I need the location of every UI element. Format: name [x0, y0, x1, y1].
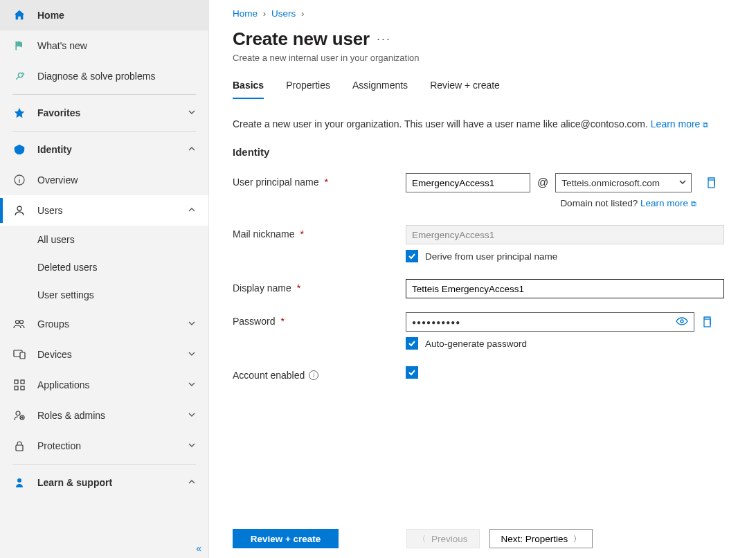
- more-actions-button[interactable]: ···: [377, 32, 391, 46]
- label-mail-nickname: Mail nickname*: [233, 225, 406, 240]
- domain-learn-more-link[interactable]: Learn more⧉: [640, 198, 696, 208]
- label-account-enabled: Account enabled i: [233, 366, 406, 381]
- chevron-down-icon: [188, 108, 196, 118]
- sidebar[interactable]: Home What's new Diagnose & solve problem…: [0, 0, 209, 558]
- svg-point-10: [16, 411, 20, 415]
- svg-point-1: [17, 206, 21, 210]
- account-enabled-checkbox[interactable]: [406, 366, 418, 379]
- sidebar-item-devices[interactable]: Devices: [0, 339, 208, 370]
- breadcrumb-home[interactable]: Home: [233, 8, 258, 19]
- home-icon: [12, 8, 26, 22]
- learn-more-link[interactable]: Learn more⧉: [651, 118, 709, 129]
- previous-button: 〈Previous: [406, 529, 480, 548]
- info-icon[interactable]: i: [309, 370, 318, 380]
- svg-rect-14: [708, 180, 714, 188]
- breadcrumb-users[interactable]: Users: [271, 8, 296, 19]
- divider: [12, 464, 196, 465]
- copy-upn-button[interactable]: [704, 176, 718, 190]
- sidebar-label: Favorites: [37, 107, 80, 118]
- footer-actions: Review + create 〈Previous Next: Properti…: [209, 521, 756, 558]
- page-subtitle: Create a new internal user in your organ…: [233, 53, 732, 63]
- chevron-down-icon: [678, 178, 687, 188]
- sidebar-item-whats-new[interactable]: What's new: [0, 30, 208, 61]
- sidebar-label: What's new: [37, 40, 87, 51]
- intro-text: Create a new user in your organization. …: [233, 118, 732, 129]
- sidebar-item-learn-support[interactable]: Learn & support: [0, 467, 208, 498]
- tab-review[interactable]: Review + create: [430, 80, 500, 99]
- tab-basics[interactable]: Basics: [233, 80, 264, 99]
- external-link-icon: ⧉: [691, 199, 696, 208]
- derive-checkbox-label: Derive from user principal name: [425, 251, 557, 262]
- sidebar-label: Learn & support: [37, 477, 112, 488]
- password-mask: ●●●●●●●●●●: [412, 318, 676, 326]
- next-button[interactable]: Next: Properties〉: [489, 529, 593, 548]
- svg-rect-16: [704, 319, 710, 327]
- svg-point-15: [681, 320, 683, 323]
- mail-nickname-input: [406, 225, 724, 244]
- svg-rect-8: [15, 386, 18, 390]
- groups-icon: [12, 317, 26, 331]
- sidebar-item-roles[interactable]: Roles & admins: [0, 400, 208, 431]
- identity-icon: [12, 143, 26, 156]
- upn-domain-select[interactable]: Tetteis.onmicrosoft.com: [555, 173, 692, 192]
- sidebar-item-diagnose[interactable]: Diagnose & solve problems: [0, 61, 208, 91]
- user-icon: [12, 204, 26, 217]
- chevron-up-icon: [188, 478, 196, 488]
- wrench-icon: [12, 69, 26, 83]
- label-display-name: Display name*: [233, 279, 406, 294]
- sidebar-item-deleted-users[interactable]: Deleted users: [0, 253, 208, 281]
- support-icon: [12, 476, 26, 489]
- svg-rect-6: [15, 380, 18, 384]
- svg-point-3: [20, 321, 24, 324]
- sidebar-item-favorites[interactable]: Favorites: [0, 98, 208, 128]
- section-identity-heading: Identity: [233, 146, 732, 158]
- sidebar-sublabel: All users: [37, 234, 75, 245]
- upn-username-input[interactable]: [406, 173, 530, 192]
- sidebar-label: Protection: [37, 440, 81, 451]
- sidebar-label: Groups: [37, 318, 69, 330]
- intro-text-content: Create a new user in your organization. …: [233, 118, 648, 129]
- main-content: Home › Users › Create new user ··· Creat…: [209, 0, 756, 558]
- sidebar-label: Home: [37, 10, 64, 21]
- sidebar-item-all-users[interactable]: All users: [0, 226, 208, 253]
- display-name-input[interactable]: [406, 279, 724, 298]
- sidebar-label: Diagnose & solve problems: [37, 71, 155, 82]
- show-password-button[interactable]: [676, 317, 688, 327]
- sidebar-label: Applications: [37, 379, 90, 390]
- sidebar-item-applications[interactable]: Applications: [0, 370, 208, 400]
- sidebar-item-identity[interactable]: Identity: [0, 134, 208, 165]
- password-input[interactable]: ●●●●●●●●●●: [406, 312, 694, 332]
- sidebar-item-overview[interactable]: Overview: [0, 165, 208, 195]
- chevron-up-icon: [188, 206, 196, 216]
- divider: [12, 131, 196, 132]
- sidebar-label: Users: [37, 205, 63, 216]
- sidebar-item-user-settings[interactable]: User settings: [0, 281, 208, 309]
- auto-generate-checkbox[interactable]: [406, 337, 418, 350]
- auto-generate-label: Auto-generate password: [425, 339, 527, 349]
- divider: [12, 94, 196, 95]
- sidebar-label: Overview: [37, 174, 78, 186]
- svg-point-13: [17, 478, 21, 483]
- derive-checkbox[interactable]: [406, 250, 418, 262]
- chevron-right-icon: 〉: [573, 534, 581, 544]
- svg-rect-12: [16, 445, 23, 451]
- sidebar-item-home[interactable]: Home: [0, 0, 208, 30]
- copy-password-button[interactable]: [700, 315, 714, 329]
- sidebar-sublabel: User settings: [37, 289, 94, 300]
- sidebar-item-protection[interactable]: Protection: [0, 431, 208, 461]
- chevron-down-icon: [188, 319, 196, 330]
- chevron-down-icon: [188, 380, 196, 390]
- users-submenu: All users Deleted users User settings: [0, 226, 208, 309]
- tab-properties[interactable]: Properties: [286, 80, 330, 99]
- breadcrumb-separator: ›: [301, 8, 305, 19]
- sidebar-item-groups[interactable]: Groups: [0, 309, 208, 339]
- collapse-sidebar-button[interactable]: «: [196, 543, 201, 554]
- tab-assignments[interactable]: Assignments: [352, 80, 408, 99]
- label-password: Password*: [233, 312, 406, 327]
- sidebar-item-users[interactable]: Users: [0, 195, 208, 226]
- info-icon: [12, 173, 26, 187]
- roles-icon: [12, 408, 26, 422]
- svg-rect-5: [20, 352, 25, 359]
- review-create-button[interactable]: Review + create: [233, 529, 339, 548]
- sidebar-label: Devices: [37, 349, 72, 360]
